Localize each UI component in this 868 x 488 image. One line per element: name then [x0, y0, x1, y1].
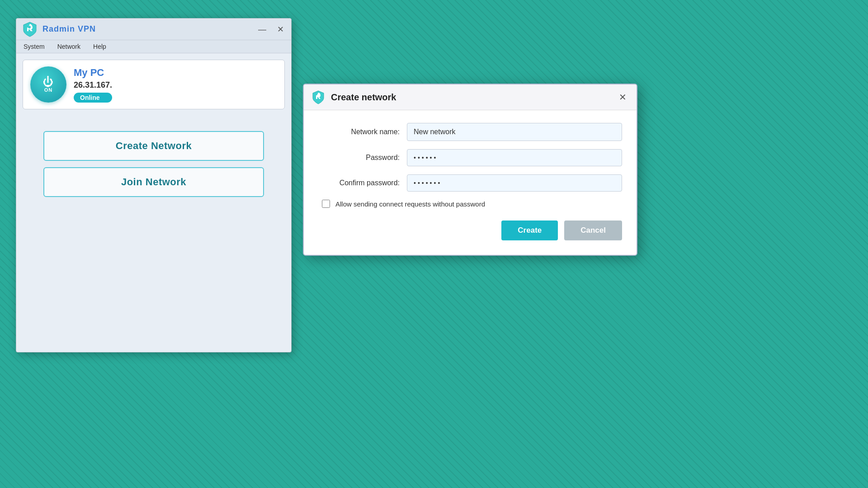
- menu-network[interactable]: Network: [56, 42, 82, 51]
- pc-info: My PC 26.31.167. Online: [74, 67, 112, 103]
- password-row: Password:: [318, 149, 622, 166]
- power-on-label: ON: [44, 87, 53, 93]
- radmin-logo-icon: [22, 21, 38, 38]
- menu-help[interactable]: Help: [91, 42, 108, 51]
- dialog-title-left: Create network: [311, 90, 396, 104]
- checkbox-label[interactable]: Allow sending connect requests without p…: [335, 200, 485, 208]
- menu-bar: System Network Help: [16, 40, 291, 53]
- checkbox-row: Allow sending connect requests without p…: [318, 200, 622, 208]
- dialog-content: Network name: Password: Confirm password…: [304, 110, 637, 255]
- svg-point-0: [28, 26, 31, 28]
- titlebar-controls: — ✕: [256, 24, 286, 34]
- create-network-button[interactable]: Create Network: [43, 131, 264, 161]
- close-button[interactable]: ✕: [275, 24, 286, 34]
- confirm-password-input[interactable]: [407, 174, 622, 192]
- password-input[interactable]: [407, 149, 622, 166]
- pc-ip: 26.31.167.: [74, 80, 112, 90]
- create-button[interactable]: Create: [501, 221, 558, 240]
- network-name-label: Network name:: [318, 128, 400, 136]
- dialog-logo-icon: [311, 90, 326, 104]
- minimize-button[interactable]: —: [256, 24, 268, 34]
- create-network-dialog: Create network ✕ Network name: Password:…: [303, 84, 637, 256]
- dialog-buttons: Create Cancel: [318, 221, 622, 240]
- title-radmin: Radmin: [42, 24, 75, 33]
- network-name-row: Network name:: [318, 123, 622, 141]
- menu-system[interactable]: System: [22, 42, 47, 51]
- title-vpn: VPN: [78, 24, 96, 33]
- confirm-password-row: Confirm password:: [318, 174, 622, 192]
- join-network-button[interactable]: Join Network: [43, 167, 264, 197]
- window-title: Radmin VPN: [42, 24, 96, 34]
- dialog-close-button[interactable]: ✕: [616, 92, 629, 103]
- power-button[interactable]: ⏻ ON: [30, 66, 66, 103]
- pc-name: My PC: [74, 67, 112, 79]
- network-name-input[interactable]: [407, 123, 622, 141]
- password-label: Password:: [318, 154, 400, 162]
- dialog-titlebar: Create network ✕: [304, 84, 637, 110]
- dialog-title: Create network: [331, 92, 396, 103]
- pc-card: ⏻ ON My PC 26.31.167. Online: [23, 60, 285, 109]
- titlebar-left: Radmin VPN: [22, 21, 96, 38]
- confirm-password-label: Confirm password:: [318, 179, 400, 187]
- action-buttons: Create Network Join Network: [16, 117, 291, 211]
- titlebar: Radmin VPN — ✕: [16, 19, 291, 40]
- allow-no-password-checkbox[interactable]: [322, 200, 330, 208]
- radmin-window: Radmin VPN — ✕ System Network Help ⏻ ON …: [16, 18, 292, 352]
- cancel-button[interactable]: Cancel: [564, 221, 622, 240]
- online-badge: Online: [74, 93, 112, 103]
